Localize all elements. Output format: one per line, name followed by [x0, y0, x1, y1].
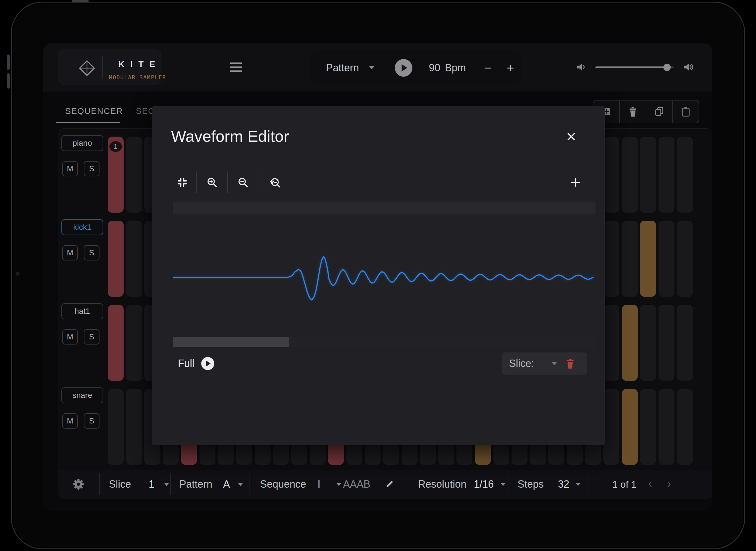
step-cell[interactable]	[677, 221, 693, 297]
pencil-icon	[385, 479, 394, 489]
chevron-down-icon	[500, 483, 506, 486]
arrangement-value: AAAB	[343, 478, 370, 490]
active-tab-underline	[56, 122, 120, 123]
copy-pattern-button[interactable]	[646, 100, 672, 123]
next-page-button[interactable]	[665, 470, 673, 499]
fit-view-icon	[177, 177, 188, 188]
step-cell[interactable]	[640, 137, 656, 213]
step-cell[interactable]	[659, 221, 675, 297]
steps-selector[interactable]: Steps 32	[518, 470, 581, 499]
track-button-snare[interactable]: snare	[61, 388, 103, 403]
menu-hamburger-icon[interactable]	[230, 62, 242, 73]
page-indicator: 1 of 1	[607, 470, 642, 499]
slice-select-label: Slice:	[509, 358, 534, 370]
volume-up-hardware-button	[7, 54, 10, 70]
bpm-decrease-button[interactable]: −	[484, 60, 492, 76]
step-cell[interactable]	[126, 137, 142, 213]
bottom-settings-bar: Slice 1 Pattern A Sequence I AAAB	[59, 470, 712, 499]
play-full-button[interactable]	[201, 357, 214, 370]
waveform-scrollbar-thumb[interactable]	[173, 337, 289, 347]
step-cell[interactable]	[108, 221, 123, 297]
chevron-down-icon	[238, 483, 243, 486]
solo-button-kick1[interactable]: S	[84, 245, 99, 260]
sequence-value: I	[317, 478, 320, 490]
trash-icon	[628, 106, 638, 117]
mute-button-snare[interactable]: M	[62, 413, 78, 429]
prev-page-button[interactable]	[646, 470, 655, 499]
step-cell[interactable]	[108, 389, 123, 465]
pattern-mode-selector[interactable]: Pattern	[326, 62, 359, 74]
zoom-in-button[interactable]	[206, 177, 218, 188]
mute-button-kick1[interactable]: M	[62, 245, 78, 260]
steps-value: 32	[558, 478, 569, 490]
divider	[259, 171, 259, 193]
volume-slider[interactable]	[595, 66, 674, 68]
step-cell[interactable]	[640, 389, 656, 465]
add-slice-button[interactable]	[569, 177, 581, 188]
track-button-hat1[interactable]: hat1	[61, 303, 103, 319]
close-button[interactable]	[566, 131, 576, 142]
pattern-label: Pattern	[179, 478, 212, 490]
step-cell[interactable]	[603, 137, 619, 213]
step-cell[interactable]	[659, 305, 675, 381]
delete-slice-button[interactable]	[565, 358, 575, 369]
zoom-out-button[interactable]	[237, 177, 249, 188]
mute-button-hat1[interactable]: M	[62, 329, 78, 345]
pattern-selector[interactable]: Pattern A	[179, 470, 243, 499]
step-cell[interactable]	[622, 305, 638, 381]
step-cell[interactable]	[126, 305, 142, 381]
solo-button-snare[interactable]: S	[84, 413, 99, 429]
tab-sequencer[interactable]: SEQUENCER	[65, 106, 123, 116]
slice-selector[interactable]: Slice 1	[109, 470, 169, 499]
zoom-in-icon	[206, 177, 218, 188]
step-cell[interactable]	[659, 389, 675, 465]
step-cell[interactable]	[622, 389, 638, 465]
step-cell[interactable]	[677, 137, 693, 213]
copy-icon	[654, 106, 665, 117]
solo-button-piano[interactable]: S	[84, 161, 99, 176]
step-cell[interactable]	[677, 389, 693, 465]
mute-button-piano[interactable]: M	[62, 161, 78, 176]
power-hardware-button	[72, 0, 89, 3]
step-cell[interactable]	[640, 305, 656, 381]
close-icon	[566, 131, 576, 142]
volume-down-hardware-button	[7, 73, 10, 89]
step-cell[interactable]	[622, 137, 638, 213]
transport-play-button[interactable]	[395, 59, 413, 77]
step-cell[interactable]	[640, 221, 656, 297]
settings-gear-button[interactable]	[72, 470, 85, 499]
step-cell[interactable]	[126, 221, 142, 297]
paste-pattern-button[interactable]	[672, 100, 699, 123]
chevron-down-icon[interactable]	[369, 66, 374, 69]
volume-slider-knob[interactable]	[663, 64, 671, 71]
edit-arrangement-button[interactable]	[385, 470, 394, 499]
track-button-kick1[interactable]: kick1	[61, 219, 103, 235]
step-cell[interactable]	[659, 137, 675, 213]
zoom-to-waveform-button[interactable]	[269, 177, 280, 188]
step-cell[interactable]	[603, 305, 619, 381]
resolution-selector[interactable]: Resolution 1/16	[418, 470, 506, 499]
waveform-minimap[interactable]	[173, 202, 595, 214]
solo-button-hat1[interactable]: S	[84, 329, 99, 345]
logo-subtitle: MODULAR SAMPLER	[106, 74, 169, 80]
waveform-display[interactable]	[173, 217, 595, 336]
track-button-piano[interactable]: piano	[61, 135, 103, 151]
bpm-increase-button[interactable]: +	[506, 60, 514, 76]
waveform-scrollbar[interactable]	[173, 337, 595, 347]
step-cell[interactable]	[603, 389, 619, 465]
step-cell[interactable]	[108, 305, 123, 381]
step-cell[interactable]	[126, 389, 142, 465]
sequence-selector[interactable]: Sequence I	[260, 470, 341, 499]
divider	[99, 473, 100, 495]
step-cell[interactable]	[677, 305, 693, 381]
play-full-label: Full	[178, 357, 194, 370]
modal-title: Waveform Editor	[171, 127, 289, 145]
delete-pattern-button[interactable]	[619, 100, 646, 123]
fit-view-button[interactable]	[177, 177, 188, 188]
divider	[227, 171, 228, 193]
step-cell[interactable]	[622, 221, 638, 297]
step-cell[interactable]	[603, 221, 619, 297]
chevron-down-icon	[336, 483, 341, 486]
slice-dropdown[interactable]	[552, 362, 557, 365]
chevron-left-icon	[646, 480, 655, 489]
